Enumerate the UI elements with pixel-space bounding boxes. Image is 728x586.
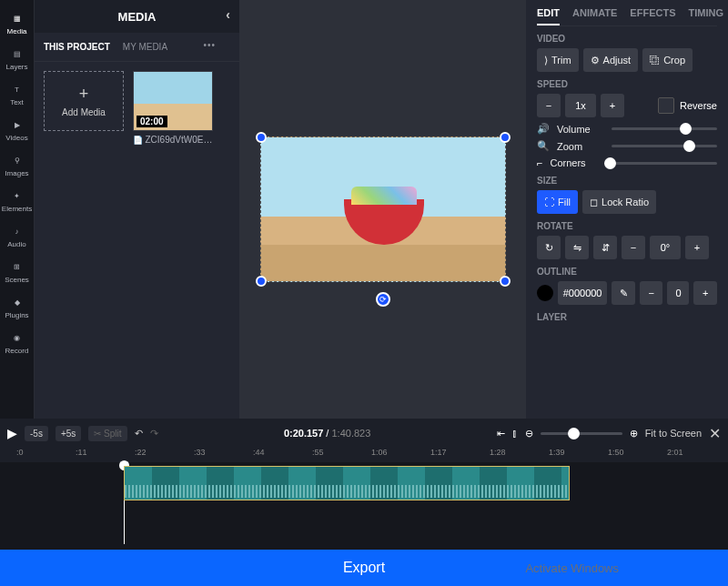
rail-text[interactable]: TText xyxy=(0,76,34,112)
properties-panel: EDIT ANIMATE EFFECTS TIMING VIDEO ⟩Trim … xyxy=(526,0,728,419)
selected-clip[interactable]: ⟳ xyxy=(260,136,506,282)
timeline: ▶ -5s +5s ✂ Split ↶ ↷ 0:20.157 / 1:40.82… xyxy=(0,419,728,532)
handle-tr[interactable] xyxy=(500,132,511,143)
eyedropper[interactable]: ✎ xyxy=(612,281,635,305)
handle-tl[interactable] xyxy=(256,132,267,143)
zoom-label: Zoom xyxy=(557,141,604,152)
timeline-zoom-slider[interactable] xyxy=(541,432,622,435)
lock-ratio-button[interactable]: ◻Lock Ratio xyxy=(582,190,656,214)
outline-color[interactable]: #000000 xyxy=(558,281,608,305)
outline-plus[interactable]: + xyxy=(693,281,717,305)
snap-center-icon[interactable]: ⫿ xyxy=(512,428,518,439)
outline-swatch[interactable] xyxy=(537,285,553,301)
speed-minus[interactable]: − xyxy=(537,94,561,117)
videos-icon: ▶ xyxy=(10,117,25,132)
zoom-out-icon[interactable]: ⊖ xyxy=(525,428,533,440)
undo-button[interactable]: ↶ xyxy=(135,428,143,440)
handle-bl[interactable] xyxy=(256,276,267,287)
tab-timing[interactable]: TIMING xyxy=(688,7,723,25)
rail-scenes[interactable]: ⊞Scenes xyxy=(0,254,34,289)
app-rail: ▦Media ▤Layers TText ▶Videos ⚲Images ✦El… xyxy=(0,0,35,419)
panel-title: MEDIA ‹ xyxy=(35,0,239,33)
section-video: VIDEO xyxy=(537,34,717,44)
tab-this-project[interactable]: THIS PROJECT xyxy=(44,42,110,52)
fit-screen-button[interactable]: Fit to Screen xyxy=(645,428,702,439)
section-outline: OUTLINE xyxy=(537,267,717,277)
rotate-plus[interactable]: + xyxy=(685,236,709,259)
crop-button[interactable]: ⿻Crop xyxy=(642,48,693,72)
reverse-checkbox[interactable] xyxy=(658,97,674,114)
reverse-label: Reverse xyxy=(680,100,717,111)
section-speed: SPEED xyxy=(537,79,717,89)
rail-audio[interactable]: ♪Audio xyxy=(0,218,34,254)
plugins-icon: ◆ xyxy=(10,295,25,309)
timeline-clip[interactable] xyxy=(124,466,570,500)
split-button[interactable]: ✂ Split xyxy=(88,426,126,441)
clip-filename: ZCI69dVtW0E (...) xyxy=(133,135,213,145)
redo-button[interactable]: ↷ xyxy=(150,428,158,440)
rail-videos[interactable]: ▶Videos xyxy=(0,112,34,147)
adjust-button[interactable]: ⚙Adjust xyxy=(583,48,639,72)
text-icon: T xyxy=(10,82,25,96)
rail-layers[interactable]: ▤Layers xyxy=(0,41,34,76)
timecode: 0:20.157 / 1:40.823 xyxy=(166,428,490,439)
snap-left-icon[interactable]: ⇤ xyxy=(497,428,505,440)
media-tabs: THIS PROJECT MY MEDIA ••• xyxy=(35,33,239,62)
rotate-minus[interactable]: − xyxy=(622,236,645,259)
scenes-icon: ⊞ xyxy=(10,259,25,274)
rail-media[interactable]: ▦Media xyxy=(0,5,34,41)
ruler[interactable]: :0 :11 :22 :33 :44 :55 1:06 1:17 1:28 1:… xyxy=(0,448,728,462)
tab-effects[interactable]: EFFECTS xyxy=(630,7,675,25)
plus-5s[interactable]: +5s xyxy=(56,426,81,441)
section-rotate: ROTATE xyxy=(537,221,717,231)
layers-icon: ▤ xyxy=(10,46,25,61)
more-icon[interactable]: ••• xyxy=(203,40,216,50)
volume-slider[interactable] xyxy=(612,127,717,130)
media-clip[interactable]: 02:00 ZCI69dVtW0E (...) xyxy=(133,71,213,145)
add-media-button[interactable]: + Add Media xyxy=(44,71,124,131)
media-icon: ▦ xyxy=(10,11,25,25)
tracks[interactable]: 1 xyxy=(0,462,728,532)
outline-minus[interactable]: − xyxy=(640,281,663,305)
tab-edit[interactable]: EDIT xyxy=(537,7,560,25)
adjust-icon: ⚙ xyxy=(591,55,600,66)
rotate-cw[interactable]: ↻ xyxy=(537,236,561,259)
trim-button[interactable]: ⟩Trim xyxy=(537,48,579,72)
elements-icon: ✦ xyxy=(10,188,25,203)
canvas[interactable]: ⟳ xyxy=(239,0,526,419)
minus-5s[interactable]: -5s xyxy=(25,426,48,441)
zoom-in-icon[interactable]: ⊕ xyxy=(630,428,638,440)
lock-icon: ◻ xyxy=(590,197,598,208)
rotate-handle[interactable]: ⟳ xyxy=(376,292,390,307)
rail-record[interactable]: ◉Record xyxy=(0,325,34,360)
tab-my-media[interactable]: MY MEDIA xyxy=(123,42,167,52)
rail-elements[interactable]: ✦Elements xyxy=(0,183,34,218)
outline-width: 0 xyxy=(667,281,689,305)
close-icon[interactable]: ✕ xyxy=(709,425,721,442)
waveform xyxy=(125,485,569,498)
watermark: Activate Windows xyxy=(525,561,619,575)
trim-icon: ⟩ xyxy=(544,55,548,66)
plus-icon: + xyxy=(79,85,89,104)
canvas-content xyxy=(344,199,424,245)
rotate-value: 0° xyxy=(650,236,681,259)
speed-plus[interactable]: + xyxy=(601,94,624,117)
media-panel: MEDIA ‹ THIS PROJECT MY MEDIA ••• + Add … xyxy=(35,0,239,419)
rail-plugins[interactable]: ◆Plugins xyxy=(0,289,34,325)
fill-button[interactable]: ⛶Fill xyxy=(537,190,578,214)
corners-icon: ⌐ xyxy=(537,157,542,168)
corners-slider[interactable] xyxy=(604,162,717,165)
tab-animate[interactable]: ANIMATE xyxy=(572,7,617,25)
fill-icon: ⛶ xyxy=(544,197,554,207)
zoom-slider[interactable] xyxy=(612,145,717,147)
images-icon: ⚲ xyxy=(10,153,25,167)
rail-images[interactable]: ⚲Images xyxy=(0,147,34,183)
flip-v[interactable]: ⇵ xyxy=(593,236,617,259)
flip-h[interactable]: ⇋ xyxy=(565,236,589,259)
play-button[interactable]: ▶ xyxy=(7,426,17,440)
handle-br[interactable] xyxy=(500,276,511,287)
collapse-icon[interactable]: ‹ xyxy=(226,7,230,22)
track-row[interactable]: 1 xyxy=(16,464,728,502)
bottom-bar: Export xyxy=(0,532,728,586)
export-button[interactable]: Export xyxy=(0,550,728,586)
